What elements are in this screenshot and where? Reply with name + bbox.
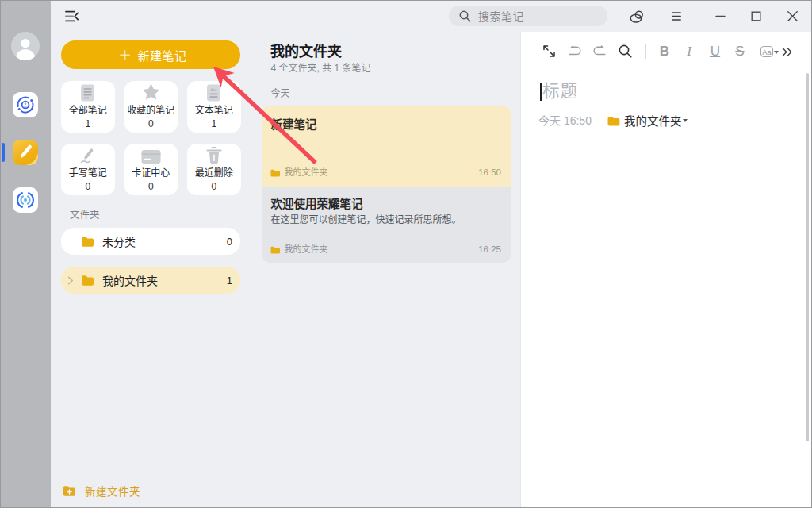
note-title-input[interactable]: 标题	[542, 83, 578, 101]
new-note-button[interactable]: 新建笔记	[61, 40, 240, 69]
folder-icon	[81, 236, 94, 247]
notes-list-section-today: 今天	[271, 89, 290, 98]
strikethrough-button[interactable]: S	[733, 44, 746, 60]
contacts-sync-icon	[15, 94, 36, 115]
note-title: 新建笔记	[271, 119, 317, 131]
font-style-caret-icon[interactable]	[774, 51, 779, 54]
category-text-notes[interactable]: 文本笔记 1	[187, 81, 241, 133]
note-editor-pane	[520, 32, 812, 508]
underline-button[interactable]: U	[709, 44, 722, 60]
folder-count: 0	[227, 236, 232, 248]
notes-app-button[interactable]	[13, 140, 38, 165]
contacts-sync-app-button[interactable]	[13, 92, 38, 117]
new-folder-label: 新建文件夹	[85, 483, 140, 498]
broadcast-app-button[interactable]	[13, 187, 38, 213]
toolbar-divider	[645, 44, 646, 59]
new-folder-button[interactable]: 新建文件夹	[63, 482, 140, 499]
folders-section-label: 文件夹	[70, 210, 100, 221]
category-count: 0	[211, 182, 216, 191]
folder-selector-caret-icon[interactable]	[683, 119, 688, 122]
menu-button[interactable]	[668, 0, 685, 32]
redo-button[interactable]	[593, 45, 606, 56]
more-tools-icon	[782, 48, 792, 56]
expand-icon	[543, 45, 555, 57]
app-window: 搜索笔记	[0, 0, 812, 508]
note-folder-selector[interactable]: 我的文件夹	[624, 116, 682, 128]
category-starred-notes[interactable]: 收藏的笔记 0	[124, 81, 178, 133]
broadcast-icon	[15, 190, 36, 210]
redo-icon	[593, 45, 606, 56]
category-all-notes[interactable]: 全部笔记 1	[61, 81, 115, 133]
minimize-icon	[715, 11, 726, 21]
folder-icon	[607, 116, 621, 126]
user-avatar[interactable]	[11, 32, 40, 60]
note-time: 16:25	[478, 245, 501, 255]
category-card-center[interactable]: 卡证中心 0	[124, 144, 178, 195]
folder-name: 未分类	[102, 233, 136, 249]
more-tools-button[interactable]	[782, 48, 792, 56]
note-card-selected[interactable]: 新建笔记 我的文件夹 16:50	[262, 106, 511, 187]
editor-scrollbar[interactable]	[806, 73, 809, 441]
note-snippet: 在这里您可以创建笔记，快速记录所思所想。	[271, 215, 462, 225]
minimize-button[interactable]	[711, 0, 729, 32]
note-meta-time: 今天 16:50	[538, 115, 592, 126]
folder-icon	[270, 246, 281, 254]
folder-icon	[81, 275, 94, 286]
search-input[interactable]: 搜索笔记	[449, 6, 607, 26]
category-label: 最近删除	[195, 168, 233, 178]
search-icon	[459, 10, 471, 22]
notes-list-title: 我的文件夹	[270, 44, 342, 59]
category-recently-deleted[interactable]: 最近删除 0	[187, 144, 241, 195]
user-avatar-icon	[11, 32, 40, 60]
category-label: 卡证中心	[132, 168, 170, 178]
folder-item-uncategorized[interactable]: 未分类 0	[61, 228, 240, 255]
folder-icon	[270, 169, 281, 177]
menu-icon	[672, 12, 681, 21]
close-button[interactable]	[783, 0, 801, 32]
maximize-icon	[751, 11, 761, 21]
id-card-icon	[141, 144, 161, 164]
new-note-label: 新建笔记	[137, 47, 186, 64]
handwriting-pen-icon	[79, 144, 97, 164]
active-app-indicator	[2, 143, 5, 162]
notes-list-subtitle: 4 个文件夹, 共 1 条笔记	[271, 64, 371, 73]
category-label: 手写笔记	[69, 168, 107, 178]
search-in-note-button[interactable]	[619, 44, 632, 58]
panel-divider	[251, 32, 251, 508]
category-handwritten-notes[interactable]: 手写笔记 0	[61, 144, 115, 195]
category-count: 1	[85, 119, 90, 129]
maximize-button[interactable]	[747, 0, 764, 32]
note-folder: 我的文件夹	[285, 168, 328, 177]
note-time: 16:50	[478, 168, 501, 178]
category-count: 0	[85, 182, 90, 191]
italic-button[interactable]: I	[683, 44, 695, 60]
cloud-sync-button[interactable]	[628, 0, 645, 32]
category-count: 1	[211, 119, 216, 129]
cloud-sync-icon	[630, 10, 645, 23]
category-count: 0	[148, 119, 154, 129]
search-placeholder: 搜索笔记	[478, 8, 524, 24]
note-card[interactable]: 欢迎使用荣耀笔记 在这里您可以创建笔记，快速记录所思所想。 我的文件夹 16:2…	[262, 187, 511, 263]
expand-note-button[interactable]	[543, 45, 555, 57]
category-label: 全部笔记	[69, 106, 107, 115]
font-style-button[interactable]: Aa	[760, 46, 773, 57]
left-dock-rail	[0, 0, 51, 508]
collapse-sidebar-button[interactable]	[63, 0, 81, 32]
plus-icon	[120, 50, 130, 60]
bold-button[interactable]: B	[658, 44, 671, 60]
title-bar: 搜索笔记	[51, 0, 812, 32]
undo-button[interactable]	[569, 45, 581, 56]
star-icon	[141, 81, 161, 102]
folder-item-my-folder[interactable]: 我的文件夹 1	[61, 267, 240, 294]
category-label: 文本笔记	[195, 106, 233, 115]
notes-app-icon	[13, 140, 38, 165]
close-icon	[787, 11, 798, 21]
folder-name: 我的文件夹	[102, 272, 158, 288]
all-notes-icon	[80, 81, 95, 102]
text-cursor	[540, 83, 542, 101]
note-folder: 我的文件夹	[285, 245, 328, 254]
expand-chevron-icon[interactable]	[67, 276, 74, 285]
note-title: 欢迎使用荣耀笔记	[271, 198, 363, 210]
search-in-note-icon	[619, 44, 632, 58]
text-note-icon	[206, 81, 221, 102]
